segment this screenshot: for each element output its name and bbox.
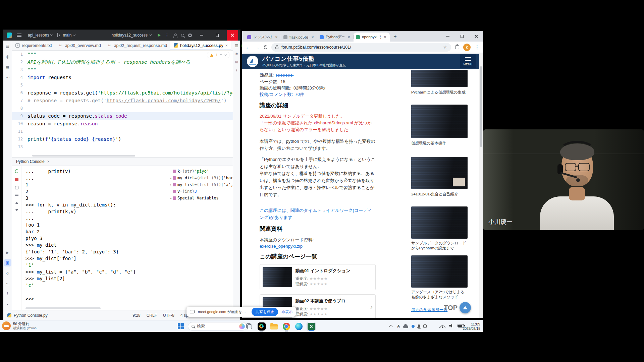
- editor-tab[interactable]: requirements.txt: [12, 41, 55, 50]
- download-link[interactable]: exercise_openpyxl.zip: [260, 244, 376, 249]
- stop-icon[interactable]: [15, 178, 18, 181]
- attach-icon[interactable]: [15, 186, 18, 189]
- console-menu-icon[interactable]: [15, 194, 18, 197]
- more-actions-icon[interactable]: [165, 33, 169, 38]
- stop-sharing-button[interactable]: 共有を停止: [252, 308, 278, 316]
- settings-gear-icon[interactable]: [188, 34, 192, 37]
- user-icon[interactable]: [173, 34, 177, 37]
- widgets-button[interactable]: 56 分遅れ 横浜新道 (Yokoh...: [2, 321, 39, 330]
- meta-comments-link[interactable]: 投稿/コメント数:70件: [260, 91, 376, 98]
- project-tool-icon[interactable]: [4, 43, 11, 50]
- variable-row[interactable]: ▸my_list = (list (5)) ['a', 'b', 'c', 'd…: [169, 181, 233, 188]
- ai-assistant-icon[interactable]: [235, 52, 238, 56]
- timetrial-link[interactable]: この講座には、関連のタイムトライアルワーク(コーディング)があります: [260, 207, 376, 221]
- sidebar-video-caption[interactable]: アンダースコア2つではじまる名前のさまざまなメソッド: [411, 290, 468, 300]
- tray-app-icon[interactable]: [412, 325, 415, 328]
- back-to-top-button[interactable]: TOP: [444, 302, 471, 313]
- run-tool-icon[interactable]: [4, 249, 11, 256]
- new-tab-button[interactable]: [391, 33, 399, 41]
- terminal-tool-icon[interactable]: [4, 280, 11, 287]
- statusbar-file[interactable]: Python Console.py: [14, 313, 48, 318]
- console-horizontal-scrollbar[interactable]: [25, 307, 133, 309]
- branch-widget[interactable]: main: [55, 32, 77, 39]
- run-button[interactable]: [158, 34, 161, 37]
- browser-tab-active[interactable]: openpyxl で学ぶ py: [354, 33, 390, 42]
- sidebar-video-thumbnail[interactable]: [411, 255, 468, 288]
- console-prompt[interactable]: >>>: [25, 295, 168, 302]
- lock-icon[interactable]: [275, 47, 278, 49]
- scrollbar-thumb[interactable]: [480, 66, 482, 147]
- task-view-button[interactable]: [245, 322, 254, 331]
- excel-taskbar-button[interactable]: [307, 322, 316, 331]
- video-thumbnail[interactable]: [263, 267, 292, 287]
- site-title[interactable]: パソコン仕事5倍塾: [262, 55, 315, 63]
- scroll-down-icon[interactable]: [15, 209, 18, 211]
- site-logo[interactable]: [247, 56, 258, 67]
- project-widget[interactable]: api_lessons: [25, 32, 55, 39]
- edge-taskbar-button[interactable]: [294, 322, 303, 331]
- more-icon[interactable]: [235, 68, 238, 73]
- start-button[interactable]: [178, 323, 184, 329]
- tray-app-icon[interactable]: [423, 324, 427, 328]
- pycharm-taskbar-button[interactable]: [257, 322, 266, 331]
- browser-tab[interactable]: レッスン-投稿一覧: [245, 33, 281, 42]
- microphone-icon[interactable]: [418, 324, 420, 328]
- editor-tab-active[interactable]: holidays12_success.py: [170, 41, 231, 50]
- editor-tab[interactable]: api00_overview.md: [55, 41, 104, 50]
- console-tab-header[interactable]: Python Console: [12, 157, 233, 166]
- problems-tool-icon[interactable]: [4, 290, 11, 298]
- sidebar-video-caption[interactable]: 241012-01-集合と自己紹介: [411, 192, 468, 197]
- browser-menu-icon[interactable]: [475, 44, 480, 50]
- editor-tab[interactable]: api02_request_response.md: [104, 41, 170, 50]
- rerun-icon[interactable]: [15, 169, 19, 173]
- close-tab-icon[interactable]: [383, 35, 387, 40]
- file-encoding[interactable]: UTF-8: [163, 313, 174, 318]
- editor-horizontal-scrollbar[interactable]: [32, 155, 219, 157]
- main-menu-icon[interactable]: [17, 34, 21, 37]
- hide-link[interactable]: 非表示: [281, 309, 292, 314]
- close-console-icon[interactable]: [47, 159, 50, 164]
- inspections-widget[interactable]: 1: [207, 52, 229, 58]
- close-tab-icon[interactable]: [225, 43, 228, 48]
- line-separator[interactable]: CRLF: [147, 313, 157, 318]
- run-config-widget[interactable]: holidays12_success: [109, 32, 154, 39]
- profile-avatar[interactable]: k: [463, 44, 471, 51]
- video-title[interactable]: 動画01 イントロダクション: [296, 268, 351, 274]
- console-output[interactable]: ... print(v) ... 1 2 3 >>> for k, v in m…: [21, 166, 168, 306]
- scroll-up-icon[interactable]: [15, 202, 18, 204]
- reload-button[interactable]: [264, 45, 267, 49]
- next-problem-icon[interactable]: [224, 53, 227, 56]
- forward-button[interactable]: →: [255, 45, 260, 50]
- minimize-button[interactable]: [441, 31, 455, 42]
- video-title[interactable]: 動画02 本講座で使うプロ…: [296, 298, 350, 304]
- maximize-button[interactable]: [455, 31, 469, 42]
- sidebar-video-caption[interactable]: 仮想環境の基本操作: [411, 141, 468, 146]
- browser-tab[interactable]: Pythonデータ分析(t: [317, 33, 354, 42]
- chrome-taskbar-button[interactable]: [282, 322, 291, 331]
- extensions-icon[interactable]: [455, 45, 459, 49]
- sidebar-video-caption[interactable]: Pycharmによる仮想環境の生成: [411, 90, 468, 95]
- prev-problem-icon[interactable]: [220, 54, 222, 56]
- code-editor[interactable]: 1""" 2APIを利用して休日の情報を取得する例 - response hea…: [12, 51, 233, 157]
- commit-tool-icon[interactable]: [4, 53, 11, 60]
- structure-tool-icon[interactable]: [4, 63, 11, 71]
- services-tool-icon[interactable]: [4, 269, 11, 277]
- bookmark-star-icon[interactable]: [443, 45, 447, 50]
- tray-overflow-chevron[interactable]: [389, 324, 392, 328]
- copilot-icon[interactable]: [239, 323, 245, 329]
- close-tab-icon[interactable]: [310, 35, 315, 40]
- page-scrollbar[interactable]: [479, 53, 483, 318]
- search-everywhere-icon[interactable]: [181, 34, 184, 37]
- variable-row[interactable]: ▸my_dict = (dict (3)) {'bar': 2, 'foo': …: [169, 175, 233, 181]
- notifications-icon[interactable]: [235, 43, 238, 48]
- minimize-button[interactable]: [196, 30, 207, 41]
- sidebar-video-thumbnail[interactable]: [411, 206, 468, 239]
- url-text[interactable]: forum.pc5bai.com/lesson/course/101/: [281, 45, 440, 50]
- maximize-button[interactable]: [211, 30, 223, 41]
- onedrive-icon[interactable]: [403, 325, 408, 328]
- sidebar-video-thumbnail[interactable]: [411, 105, 468, 138]
- close-button[interactable]: [227, 30, 238, 41]
- python-console-tool-icon[interactable]: [4, 259, 11, 266]
- ime-indicator[interactable]: A: [397, 324, 400, 328]
- close-tab-icon[interactable]: [346, 35, 351, 40]
